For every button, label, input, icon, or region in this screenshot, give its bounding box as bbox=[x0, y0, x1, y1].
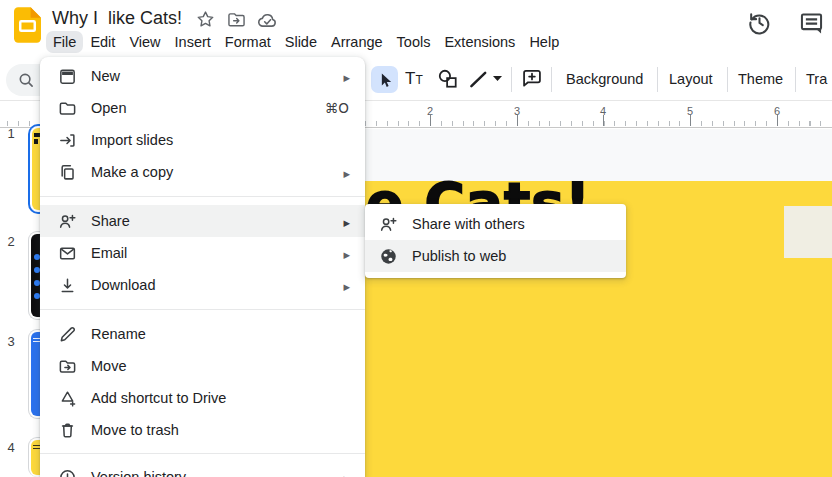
menu-item-label: Move bbox=[91, 358, 365, 374]
menu-item-label: Import slides bbox=[91, 132, 365, 148]
folder-open-icon bbox=[57, 98, 77, 118]
menu-item-label: Version history bbox=[91, 469, 343, 477]
star-icon[interactable] bbox=[196, 10, 215, 29]
menubar-item-extensions[interactable]: Extensions bbox=[437, 31, 522, 53]
menu-item-move[interactable]: Move bbox=[40, 350, 365, 382]
menu-item-make-a-copy[interactable]: Make a copy bbox=[40, 156, 365, 188]
menu-separator bbox=[40, 196, 365, 197]
toolbar-divider bbox=[795, 67, 796, 92]
ruler-number: 2 bbox=[427, 105, 433, 117]
menu-item-label: Download bbox=[91, 277, 343, 293]
shape-tool-button[interactable] bbox=[437, 68, 459, 90]
document-title[interactable]: Why I like Cats! bbox=[52, 8, 182, 29]
submenu-arrow-icon bbox=[343, 276, 350, 294]
menu-item-label: Make a copy bbox=[91, 164, 343, 180]
background-button[interactable]: Background bbox=[566, 71, 643, 87]
menu-item-import-slides[interactable]: Import slides bbox=[40, 124, 365, 156]
menu-item-share[interactable]: Share bbox=[40, 205, 365, 237]
import-icon bbox=[57, 130, 77, 150]
menu-item-label: New bbox=[91, 68, 343, 84]
clock-icon bbox=[57, 467, 77, 477]
menubar-item-file[interactable]: File bbox=[46, 31, 83, 53]
select-tool-button[interactable] bbox=[371, 66, 398, 93]
menu-item-rename[interactable]: Rename bbox=[40, 318, 365, 350]
submenu-arrow-icon bbox=[343, 468, 350, 477]
slides-logo-icon[interactable] bbox=[14, 7, 41, 43]
toolbar-divider bbox=[657, 67, 658, 92]
menubar-item-slide[interactable]: Slide bbox=[278, 31, 324, 53]
menubar-item-arrange[interactable]: Arrange bbox=[324, 31, 390, 53]
toolbar-divider bbox=[511, 67, 512, 92]
transition-button[interactable]: Tra bbox=[806, 71, 827, 87]
menu-separator bbox=[40, 309, 365, 310]
menubar-item-edit[interactable]: Edit bbox=[83, 31, 122, 53]
slide-number: 3 bbox=[2, 334, 20, 349]
submenu-item-label: Publish to web bbox=[412, 248, 626, 264]
layout-button[interactable]: Layout bbox=[669, 71, 713, 87]
menu-item-move-to-trash[interactable]: Move to trash bbox=[40, 414, 365, 446]
new-presentation-icon bbox=[57, 66, 77, 86]
move-to-folder-icon[interactable] bbox=[227, 11, 246, 28]
person-add-icon bbox=[378, 214, 398, 234]
menu-item-label: Add shortcut to Drive bbox=[91, 390, 365, 406]
menu-bar: File Edit View Insert Format Slide Arran… bbox=[46, 29, 566, 54]
menu-item-email[interactable]: Email bbox=[40, 237, 365, 269]
cloud-saved-icon[interactable] bbox=[257, 11, 278, 28]
pencil-icon bbox=[57, 324, 77, 344]
menubar-item-insert[interactable]: Insert bbox=[168, 31, 218, 53]
submenu-item-label: Share with others bbox=[412, 216, 626, 232]
menubar-item-view[interactable]: View bbox=[122, 31, 167, 53]
submenu-item-share-with-others[interactable]: Share with others bbox=[365, 208, 626, 240]
file-menu: New Open ⌘O Import slides Make a copy bbox=[40, 57, 365, 477]
person-add-icon bbox=[57, 211, 77, 231]
menu-item-add-shortcut-to-drive[interactable]: Add shortcut to Drive bbox=[40, 382, 365, 414]
globe-icon bbox=[378, 246, 398, 266]
email-icon bbox=[57, 243, 77, 263]
cursor-arrow-icon bbox=[376, 71, 394, 89]
search-icon bbox=[17, 71, 35, 89]
folder-move-icon bbox=[57, 356, 77, 376]
submenu-item-publish-to-web[interactable]: Publish to web bbox=[365, 240, 626, 272]
comments-icon[interactable] bbox=[798, 10, 825, 37]
version-history-icon[interactable] bbox=[746, 9, 773, 36]
slide-number: 1 bbox=[2, 126, 20, 141]
insert-comment-tool-button[interactable] bbox=[521, 68, 543, 88]
menu-item-label: Rename bbox=[91, 326, 365, 342]
share-submenu: Share with others Publish to web bbox=[365, 204, 626, 278]
menu-item-new[interactable]: New bbox=[40, 60, 365, 92]
toolbar-divider bbox=[727, 67, 728, 92]
submenu-arrow-icon bbox=[343, 244, 350, 262]
drive-add-icon bbox=[57, 388, 77, 408]
menu-separator bbox=[40, 453, 365, 454]
line-tool-dropdown-caret-icon[interactable] bbox=[493, 76, 502, 81]
menu-item-label: Move to trash bbox=[91, 422, 365, 438]
ruler-number: 3 bbox=[514, 105, 520, 117]
slide-number: 4 bbox=[2, 440, 20, 455]
text-box-tool-button[interactable]: TT bbox=[405, 69, 423, 89]
slide-accent-rectangle[interactable] bbox=[784, 206, 832, 258]
menu-item-open[interactable]: Open ⌘O bbox=[40, 92, 365, 124]
copy-icon bbox=[57, 162, 77, 182]
theme-button[interactable]: Theme bbox=[738, 71, 783, 87]
trash-icon bbox=[57, 420, 77, 440]
line-tool-button[interactable] bbox=[467, 68, 489, 90]
download-icon bbox=[57, 275, 77, 295]
slide-number: 2 bbox=[2, 234, 20, 249]
menu-shortcut: ⌘O bbox=[325, 100, 349, 116]
toolbar-divider bbox=[551, 67, 552, 92]
ruler-number: 5 bbox=[687, 105, 693, 117]
menubar-item-tools[interactable]: Tools bbox=[390, 31, 438, 53]
submenu-arrow-icon bbox=[343, 67, 350, 85]
menu-item-label: Share bbox=[91, 213, 343, 229]
menu-item-version-history[interactable]: Version history bbox=[40, 461, 365, 477]
menu-item-label: Email bbox=[91, 245, 343, 261]
ruler-number: 4 bbox=[600, 105, 606, 117]
ruler-number: 6 bbox=[774, 105, 780, 117]
menubar-item-help[interactable]: Help bbox=[522, 31, 566, 53]
menubar-item-format[interactable]: Format bbox=[218, 31, 278, 53]
submenu-arrow-icon bbox=[343, 163, 350, 181]
menu-item-download[interactable]: Download bbox=[40, 269, 365, 301]
menu-item-label: Open bbox=[91, 100, 325, 116]
submenu-arrow-icon bbox=[343, 212, 350, 230]
